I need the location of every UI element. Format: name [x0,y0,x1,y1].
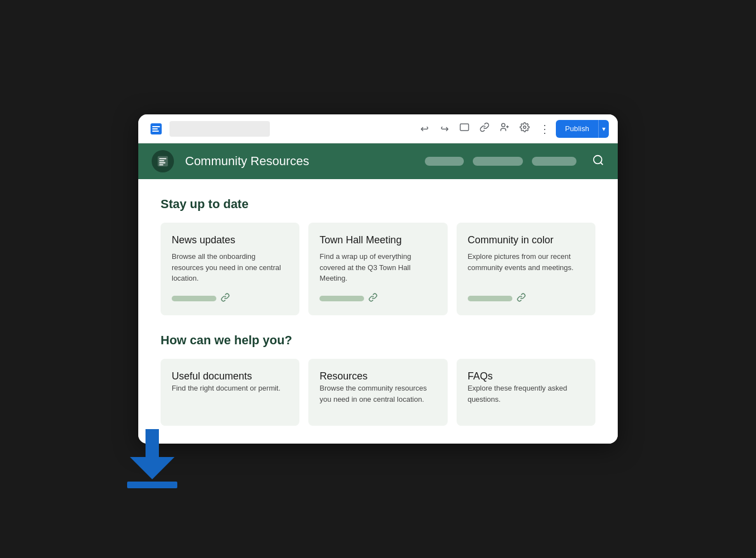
download-arrow-overlay [127,429,177,488]
card-town-hall-desc: Find a wrap up of everything covered at … [319,251,436,284]
download-bar [127,482,177,488]
site-navigation: Community Resources [138,143,618,179]
add-person-icon [500,122,510,135]
card-faqs-title: FAQs [468,370,584,383]
card-news-updates-desc: Browse all the onboarding resources you … [172,251,288,284]
svg-rect-1 [152,126,160,127]
svg-rect-16 [146,429,159,457]
preview-button[interactable] [455,120,473,138]
card-useful-docs-title: Useful documents [172,370,288,383]
link-icon [479,122,490,135]
download-arrow-icon [130,429,175,479]
site-title: Community Resources [185,154,309,169]
card-useful-docs-desc: Find the right document or permit. [172,383,288,394]
svg-point-5 [502,123,505,127]
publish-main-button[interactable]: Publish [556,120,598,138]
card-community-color[interactable]: Community in color Explore pictures from… [457,223,595,315]
card-town-hall[interactable]: Town Hall Meeting Find a wrap up of ever… [308,223,447,315]
nav-link-2[interactable] [473,157,523,166]
card-news-updates-title: News updates [172,234,288,247]
card-community-link-icon [517,293,526,304]
section1-title: Stay up to date [161,197,595,211]
undo-icon: ↩ [420,123,429,135]
publish-button-group: Publish ▾ [556,120,609,138]
chevron-down-icon: ▾ [602,125,605,133]
card-community-color-title: Community in color [468,234,584,247]
add-person-button[interactable] [496,120,513,138]
undo-button[interactable]: ↩ [415,120,433,138]
card-town-hall-link-icon [369,293,377,304]
card-town-hall-title: Town Hall Meeting [319,234,436,247]
redo-button[interactable]: ↪ [435,120,453,138]
svg-rect-2 [152,128,158,129]
card-faqs-desc: Explore these frequently asked questions… [468,383,584,405]
svg-marker-17 [130,457,175,479]
card-resources[interactable]: Resources Browse the community resources… [308,359,447,426]
preview-icon [459,122,469,135]
card-useful-docs[interactable]: Useful documents Find the right document… [161,359,299,426]
svg-rect-3 [152,131,159,132]
card-news-link-bar [172,296,216,301]
section2-title: How can we help you? [161,333,595,348]
link-button[interactable] [476,120,493,138]
toolbar-actions: ↩ ↪ [415,120,609,138]
card-community-color-footer [468,293,584,304]
card-news-updates-footer [172,293,288,304]
svg-line-15 [600,162,603,165]
card-town-hall-link-bar [319,296,364,301]
settings-button[interactable] [516,120,534,138]
card-town-hall-footer [319,293,436,304]
card-community-link-bar [468,296,512,301]
main-content: Stay up to date News updates Browse all … [138,179,618,444]
card-resources-desc: Browse the community resources you need … [319,383,436,405]
toolbar: ↩ ↪ [138,114,618,143]
svg-rect-11 [159,160,164,161]
card-resources-title: Resources [319,370,436,383]
card-news-link-icon [221,293,230,304]
svg-rect-10 [159,158,167,160]
more-button[interactable]: ⋮ [536,120,554,138]
document-title [169,121,270,137]
app-logo [147,120,165,138]
nav-links [425,157,576,166]
browser-window: ↩ ↪ [138,114,618,444]
svg-rect-12 [159,162,166,163]
search-icon[interactable] [592,154,604,169]
publish-dropdown-button[interactable]: ▾ [598,120,609,138]
svg-point-8 [524,126,526,129]
nav-link-1[interactable] [425,157,464,166]
card-news-updates[interactable]: News updates Browse all the onboarding r… [161,223,299,315]
svg-rect-4 [461,124,469,131]
nav-link-3[interactable] [532,157,576,166]
settings-icon [520,122,530,135]
more-icon: ⋮ [539,122,550,136]
svg-point-14 [594,155,602,163]
section2-cards-grid: Useful documents Find the right document… [161,359,595,426]
redo-icon: ↪ [440,123,449,135]
section1-cards-grid: News updates Browse all the onboarding r… [161,223,595,315]
svg-rect-13 [159,165,163,166]
card-faqs[interactable]: FAQs Explore these frequently asked ques… [457,359,595,426]
card-community-color-desc: Explore pictures from our recent communi… [468,251,584,284]
site-logo [152,150,174,172]
